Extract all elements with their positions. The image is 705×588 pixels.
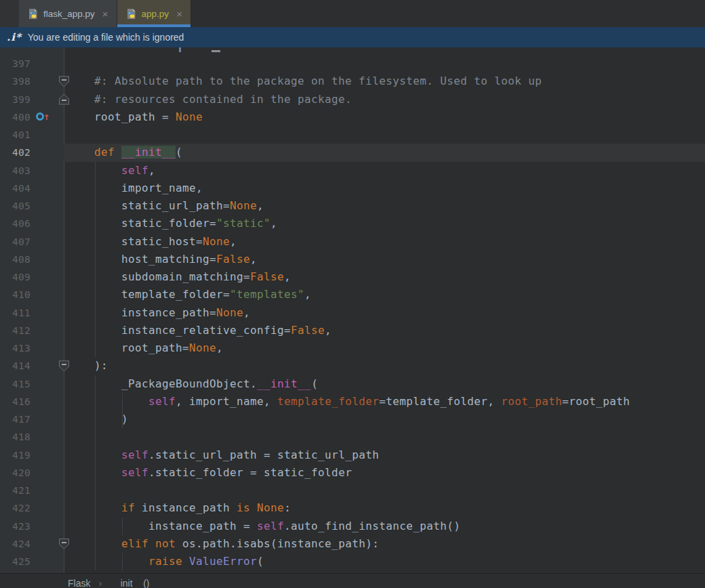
code-line[interactable]: 399 #: resources contained in the packag… <box>0 91 705 108</box>
code-text[interactable]: host_matching=False, <box>64 251 705 268</box>
line-number[interactable]: 403 <box>0 162 31 180</box>
line-number[interactable]: 405 <box>0 197 31 215</box>
code-text[interactable]: subdomain_matching=False, <box>64 268 705 286</box>
code-line[interactable]: 420 self.static_folder = static_folder <box>0 464 705 482</box>
line-number[interactable]: 408 <box>0 251 31 268</box>
code-text[interactable]: self.static_folder = static_folder <box>64 464 705 482</box>
editor[interactable]: 397398 #: Absolute path to the package o… <box>0 47 705 573</box>
code-text[interactable]: static_folder="static", <box>64 215 705 232</box>
code-text[interactable]: def __init__( <box>64 144 705 161</box>
code-text[interactable]: #: Absolute path to the package on the f… <box>64 72 705 90</box>
code-text[interactable]: self, import_name, template_folder=templ… <box>64 393 705 411</box>
code-line[interactable]: 416 self, import_name, template_folder=t… <box>0 393 705 411</box>
code-text[interactable] <box>64 47 705 55</box>
code-line[interactable]: 397 <box>0 55 705 72</box>
line-number[interactable]: 418 <box>0 428 31 446</box>
line-number[interactable]: 425 <box>0 553 31 570</box>
code-text[interactable]: self.static_url_path = static_url_path <box>64 446 705 464</box>
tab-app-py[interactable]: app.py × <box>117 0 191 27</box>
code-text[interactable]: if instance_path is None: <box>64 499 705 517</box>
code-line[interactable]: 405 static_url_path=None, <box>0 197 705 215</box>
line-number[interactable]: 401 <box>0 126 31 144</box>
line-number[interactable]: 422 <box>0 499 31 517</box>
line-number[interactable]: 421 <box>0 482 31 499</box>
code-text[interactable]: static_url_path=None, <box>64 197 705 215</box>
code-line[interactable]: 403 self, <box>0 162 705 180</box>
code-text[interactable]: instance_relative_config=False, <box>64 322 705 339</box>
code-line[interactable]: 424 elif not os.path.isabs(instance_path… <box>0 535 705 553</box>
line-number[interactable]: 410 <box>0 286 31 303</box>
code-line[interactable]: 409 subdomain_matching=False, <box>0 268 705 286</box>
line-number[interactable]: 417 <box>0 411 31 428</box>
code-line[interactable]: 422 if instance_path is None: <box>0 499 705 517</box>
line-number[interactable]: 407 <box>0 233 31 251</box>
code-line[interactable]: 415 _PackageBoundObject.__init__( <box>0 375 705 393</box>
code-line[interactable]: 404 import_name, <box>0 180 705 197</box>
close-icon[interactable]: × <box>101 8 110 20</box>
line-number[interactable]: 397 <box>0 55 31 72</box>
code-line[interactable]: 414 ): <box>0 357 705 375</box>
line-number[interactable]: 423 <box>0 518 31 535</box>
code-line[interactable]: 406 static_folder="static", <box>0 215 705 232</box>
line-number[interactable]: 415 <box>0 375 31 393</box>
code-text[interactable]: import_name, <box>64 180 705 197</box>
code-line[interactable]: 413 root_path=None, <box>0 339 705 357</box>
line-number[interactable]: 420 <box>0 464 31 482</box>
fold-region-start-icon[interactable] <box>59 360 69 371</box>
code-text[interactable]: _PackageBoundObject.__init__( <box>64 375 705 393</box>
code-text[interactable]: elif not os.path.isabs(instance_path): <box>64 535 705 553</box>
tab-flask-app-py[interactable]: flask_app.py × <box>19 0 117 27</box>
breadcrumb-item-class[interactable]: Flask <box>68 578 90 588</box>
code-text[interactable]: raise ValueError( <box>64 553 705 570</box>
code-line[interactable]: 412 instance_relative_config=False, <box>0 322 705 339</box>
fold-region-start-icon[interactable] <box>59 539 69 549</box>
code-line[interactable]: 417 ) <box>0 411 705 428</box>
line-number[interactable]: 404 <box>0 180 31 197</box>
line-number[interactable]: 398 <box>0 72 31 90</box>
code-text[interactable]: root_path=None, <box>64 339 705 357</box>
code-text[interactable]: self, <box>64 162 705 180</box>
line-number[interactable]: 402 <box>0 144 31 161</box>
code-text[interactable]: static_host=None, <box>64 233 705 251</box>
line-number[interactable] <box>0 47 31 55</box>
close-icon[interactable]: × <box>175 8 184 20</box>
line-number[interactable]: 412 <box>0 322 31 339</box>
code-text[interactable]: #: resources contained in the package. <box>64 91 705 108</box>
line-number[interactable]: 411 <box>0 304 31 322</box>
line-number[interactable]: 414 <box>0 357 31 375</box>
code-line[interactable]: 401 <box>0 126 705 144</box>
fold-region-start-icon[interactable] <box>59 76 69 87</box>
code-line[interactable]: 411 instance_path=None, <box>0 304 705 322</box>
line-number[interactable]: 409 <box>0 268 31 286</box>
code-line[interactable]: 407 static_host=None, <box>0 233 705 251</box>
code-line[interactable]: 418 <box>0 428 705 446</box>
code-text[interactable]: root_path = None <box>64 108 705 126</box>
code-line[interactable]: 408 host_matching=False, <box>0 251 705 268</box>
line-number[interactable]: 400 <box>0 108 31 126</box>
code-line[interactable] <box>0 47 705 55</box>
line-number[interactable]: 399 <box>0 91 31 108</box>
code-line[interactable]: 423 instance_path = self.auto_find_insta… <box>0 518 705 535</box>
line-number[interactable]: 416 <box>0 393 31 411</box>
code-text[interactable] <box>64 126 705 144</box>
breadcrumb-item-method[interactable]: __init__() <box>110 578 149 588</box>
code-text[interactable]: ) <box>64 411 705 428</box>
line-number[interactable]: 424 <box>0 535 31 553</box>
code-line[interactable]: 419 self.static_url_path = static_url_pa… <box>0 446 705 464</box>
code-line[interactable]: 421 <box>0 482 705 499</box>
code-line[interactable]: 400↑ root_path = None <box>0 108 705 126</box>
line-number[interactable]: 406 <box>0 215 31 232</box>
code-text[interactable] <box>64 55 705 72</box>
code-text[interactable]: instance_path = self.auto_find_instance_… <box>64 518 705 535</box>
code-line[interactable]: 402 def __init__( <box>0 144 705 161</box>
fold-region-end-icon[interactable] <box>59 94 69 105</box>
code-line[interactable]: 398 #: Absolute path to the package on t… <box>0 72 705 90</box>
code-text[interactable] <box>64 482 705 499</box>
code-line[interactable]: 425 raise ValueError( <box>0 553 705 570</box>
overridden-attribute-icon[interactable]: ↑ <box>36 112 49 121</box>
code-line[interactable]: 410 template_folder="templates", <box>0 286 705 303</box>
code-text[interactable]: instance_path=None, <box>64 304 705 322</box>
line-number[interactable]: 413 <box>0 339 31 357</box>
code-text[interactable]: template_folder="templates", <box>64 286 705 303</box>
code-text[interactable]: ): <box>64 357 705 375</box>
